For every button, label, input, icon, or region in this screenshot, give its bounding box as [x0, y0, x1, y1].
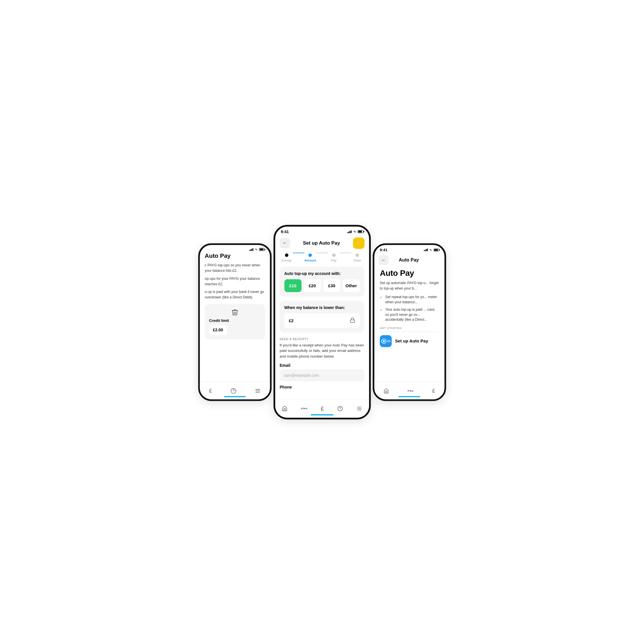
status-bar-left: ∿ [200, 245, 270, 252]
amount-btn-other[interactable]: Other [343, 279, 360, 292]
status-bar-center: 9:41 ∿ [275, 227, 369, 235]
status-icons-center: ∿ [347, 230, 363, 233]
step-pay: Pay [328, 253, 340, 262]
divider [380, 332, 439, 332]
amount-btn-20[interactable]: £20 [304, 279, 321, 292]
balance-input[interactable]: £2 [284, 313, 360, 328]
nav-icon-help-left[interactable] [230, 388, 236, 394]
left-body-2: op-ups for your PAYG your balance reache… [205, 276, 265, 286]
wifi-icon-left: ∿ [255, 247, 257, 251]
svg-point-9 [338, 406, 343, 411]
setup-autopay-button[interactable]: ∞ Set up Auto Pay [380, 335, 439, 347]
step-done: Done [351, 253, 363, 262]
step-dot-amount [308, 253, 312, 257]
step-line-2 [316, 253, 328, 253]
status-bar-right: 9:41 ∿ [374, 245, 444, 253]
amount-btn-30[interactable]: £30 [323, 279, 340, 292]
delete-icon [209, 308, 261, 316]
email-label: Email [280, 363, 364, 368]
bottom-nav-center: £ [275, 399, 369, 418]
step-line-1 [293, 253, 304, 253]
battery-icon-center [358, 230, 363, 233]
checklist-item-1: ✓ Set repeat top-ups for yo... meter whe… [380, 295, 439, 305]
nav-icon-home-center[interactable] [282, 406, 288, 411]
balance-value: £2 [289, 318, 294, 323]
svg-point-6 [301, 408, 302, 409]
nav-icon-home-right[interactable] [383, 388, 389, 393]
signal-bar-1 [249, 249, 250, 251]
balance-threshold-card: When my balance is lower than: £2 [280, 301, 364, 332]
status-icons-left: ∿ [249, 247, 264, 251]
nav-icon-menu-left[interactable] [255, 388, 261, 394]
signal-bars-right [424, 248, 428, 251]
nav-title-right: Auto Pay [399, 257, 419, 263]
svg-point-0 [231, 388, 236, 393]
nav-icon-flow-right[interactable] [407, 389, 413, 393]
nav-icon-menu-center[interactable] [356, 406, 362, 411]
receipt-body: If you'd like a receipt when your Auto P… [280, 342, 364, 359]
bottom-nav-indicator-center [311, 414, 334, 415]
bottom-nav-indicator-left [224, 396, 246, 397]
battery-icon-left [259, 248, 264, 251]
credit-label: Credit limit [209, 318, 261, 322]
left-body-1: c PAYG top-ups so you never when your ba… [205, 262, 265, 273]
bottom-nav-indicator-right [399, 396, 420, 397]
checklist-item-2: ✓ Your auto top-up is paid ... card, so … [380, 307, 439, 322]
lock-icon [350, 317, 355, 324]
signal-bar-2 [250, 249, 251, 251]
wifi-icon-center: ∿ [353, 230, 356, 233]
time-right: 9:41 [380, 247, 387, 252]
setup-btn-label: Set up Auto Pay [395, 338, 428, 343]
phone-right: 9:41 ∿ ← Auto Pay Auto Pay Set up automa… [372, 243, 446, 401]
nav-icon-currency-right[interactable]: £ [432, 387, 435, 394]
left-content: Auto Pay c PAYG top-ups so you never whe… [200, 252, 270, 379]
nav-icon-flow-center[interactable] [301, 406, 307, 411]
topup-amount-card: Auto top-up my account with: £10 £20 £30… [280, 267, 364, 297]
wifi-icon-right: ∿ [429, 248, 432, 251]
nav-icon-currency-left[interactable]: £ [209, 387, 212, 394]
step-dot-done [356, 253, 359, 257]
back-button-right[interactable]: ← [379, 255, 388, 265]
checklist-text-2: Your auto top-up is paid ... card, so yo… [385, 307, 439, 322]
status-icons-right: ∿ [424, 248, 439, 251]
checklist-text-1: Set repeat top-ups for yo... meter when … [385, 295, 439, 305]
setup-btn-icon: ∞ [380, 335, 392, 347]
bolt-button-center[interactable]: ⚡ [353, 237, 364, 249]
signal-bar-3 [251, 249, 252, 251]
receipt-label: NEED A RECEIPT? [280, 338, 364, 341]
bottom-nav-left: £ [200, 382, 270, 399]
signal-bars-center [347, 230, 352, 233]
nav-icon-currency-center[interactable]: £ [321, 405, 324, 412]
battery-icon-right [433, 248, 439, 251]
svg-point-7 [304, 408, 305, 409]
receipt-section: NEED A RECEIPT? If you'd like a receipt … [275, 336, 369, 395]
back-button-center[interactable]: ← [280, 238, 290, 248]
step-dot-energy [285, 253, 288, 257]
signal-bar-4 [252, 248, 253, 251]
step-dot-pay [332, 253, 336, 257]
bolt-icon: ⚡ [355, 240, 362, 247]
phone-label: Phone [280, 385, 364, 389]
right-page-title: Auto Pay [380, 268, 439, 277]
step-energy: Energy [281, 253, 293, 262]
step-label-energy: Energy [282, 259, 292, 262]
svg-point-8 [306, 408, 307, 409]
amount-btn-10[interactable]: £10 [284, 279, 302, 292]
get-started-label: GET STARTED [380, 326, 439, 329]
left-page-title: Auto Pay [205, 252, 265, 259]
amount-grid: £10 £20 £30 Other [284, 279, 360, 292]
svg-point-14 [408, 390, 409, 391]
stepper: Energy Amount Pay Done [275, 252, 369, 267]
right-content: Auto Pay Set up automatic PAYG top-u... … [374, 268, 444, 347]
phone-center: 9:41 ∿ ← Set up Auto Pay ⚡ [274, 225, 371, 419]
right-body-text: Set up automatic PAYG top-u... forget to… [380, 280, 439, 291]
phone-left: ∿ Auto Pay c PAYG top-ups so you never w… [198, 243, 272, 401]
nav-title-center: Set up Auto Pay [303, 240, 340, 246]
nav-header-center: ← Set up Auto Pay ⚡ [275, 235, 369, 252]
credit-limit-card: Credit limit £2.00 [205, 304, 265, 339]
left-body-3: o-up is paid with your bank ll never go … [205, 289, 265, 300]
signal-bars-left [249, 248, 253, 251]
email-input[interactable]: sam@example.com [280, 369, 364, 381]
credit-value: £2.00 [209, 325, 227, 335]
nav-icon-help-center[interactable] [337, 406, 343, 411]
